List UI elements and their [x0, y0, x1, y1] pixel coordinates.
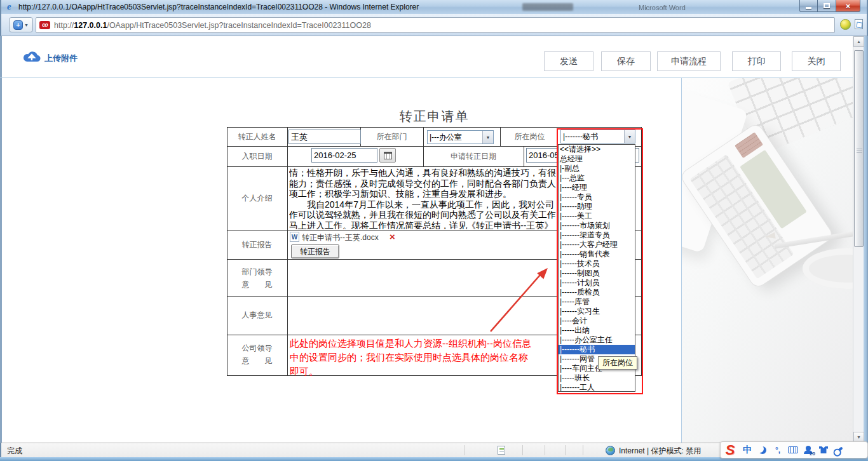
status-separator [464, 445, 465, 455]
chevron-down-icon[interactable]: ▼ [482, 131, 493, 144]
name-label: 转正人姓名 [227, 127, 287, 146]
position-option[interactable]: |-------秘书 [559, 345, 635, 354]
chevron-down-icon: ▼ [24, 23, 29, 27]
apply-date-label: 申请转正日期 [423, 146, 524, 166]
send-button[interactable]: 发送 [544, 51, 593, 71]
table-border-line [287, 127, 288, 375]
keyboard-icon [788, 446, 798, 453]
save-button[interactable]: 保存 [601, 51, 651, 71]
ime-skin-icon[interactable] [816, 444, 831, 457]
desk-photo-background [672, 78, 853, 443]
scroll-up-icon: ▲ [857, 39, 861, 44]
name-input[interactable] [288, 130, 361, 144]
position-option[interactable]: |-------渠道专员 [559, 230, 635, 240]
table-border-line [227, 127, 642, 128]
wrench-icon [835, 446, 843, 453]
position-option[interactable]: |------助理 [559, 202, 635, 211]
position-option[interactable]: |------技术员 [559, 259, 635, 269]
scroll-down-icon: ▼ [857, 435, 861, 439]
moon-icon [759, 446, 766, 454]
report-label: 转正报告 [227, 230, 287, 259]
position-option[interactable]: |-----办公室主任 [559, 335, 635, 345]
window-title: http://127.0.0.1/OAapp/HtTrace0503Servle… [18, 3, 419, 11]
position-option[interactable]: |------美工 [559, 211, 635, 221]
blurred-background-window-title [522, 3, 573, 11]
security-zone-text: Internet | 保护模式: 禁用 [619, 446, 701, 457]
form-title: 转正申请单 [227, 108, 642, 125]
position-option[interactable]: |-------工人 [559, 383, 635, 392]
vertical-scrollbar[interactable]: ▲ ▼ [853, 36, 864, 443]
status-separator [545, 445, 545, 455]
close-page-button[interactable]: 关闭 [792, 51, 841, 71]
position-select[interactable]: |-------秘书 ▼ [560, 130, 635, 144]
upload-attachment-link[interactable]: 上传附件 [44, 53, 78, 64]
hr-opinion-label: 人事意见 [227, 296, 287, 335]
ime-settings-icon[interactable] [831, 444, 846, 457]
hire-date-input[interactable] [311, 148, 377, 163]
fullwidth-moon-icon[interactable] [755, 444, 770, 457]
position-option[interactable]: |------制图员 [559, 269, 635, 278]
accelerator-orb-icon[interactable] [840, 19, 851, 30]
punctuation-toggle-icon[interactable]: °, [770, 444, 785, 457]
scrollbar-thumb[interactable] [854, 50, 864, 247]
ime-account-icon[interactable]: 20 [801, 444, 816, 457]
position-option[interactable]: |----经理 [559, 183, 635, 192]
apply-flow-button[interactable]: 申请流程 [657, 51, 721, 71]
position-option[interactable]: |------实习生 [559, 307, 635, 316]
ie-logo-icon: e [7, 2, 17, 12]
maximize-button[interactable] [818, 0, 836, 12]
ime-language-toggle[interactable]: 中 [740, 444, 755, 457]
department-select[interactable]: |---办公室 ▼ [427, 130, 494, 144]
position-option[interactable]: |-----库管 [559, 297, 635, 307]
sogou-logo-icon[interactable]: S [721, 443, 740, 458]
url-input[interactable]: co http://127.0.0.1/OAapp/HtTrace0503Ser… [36, 17, 835, 33]
close-icon: × [846, 2, 851, 10]
position-option[interactable]: |-------市场策划 [559, 221, 635, 230]
person-icon [806, 446, 811, 451]
browser-window: e http://127.0.0.1/OAapp/HtTrace0503Serv… [0, 0, 868, 461]
calendar-button[interactable] [379, 148, 396, 163]
position-option[interactable]: |-----出纳 [559, 326, 635, 335]
position-option[interactable]: <<请选择>> [559, 145, 635, 154]
position-option[interactable]: |-------大客户经理 [559, 240, 635, 250]
position-option[interactable]: |---总监 [559, 173, 635, 183]
scroll-up-button[interactable]: ▲ [853, 36, 864, 47]
position-option[interactable]: |-------销售代表 [559, 250, 635, 259]
chevron-down-icon[interactable]: ▼ [624, 130, 635, 143]
close-button[interactable]: × [836, 0, 860, 12]
department-select-value: |---办公室 [428, 132, 482, 143]
minimize-button[interactable] [799, 0, 818, 12]
department-label: 所在部门 [360, 127, 423, 146]
position-option[interactable]: |-副总 [559, 164, 635, 173]
position-option[interactable]: |------计划员 [559, 278, 635, 288]
position-dropdown-list[interactable]: <<请选择>>总经理|-副总|---总监|----经理|------专员|---… [558, 144, 635, 392]
hire-date-label: 入职日期 [227, 146, 287, 166]
position-option[interactable]: |----会计 [559, 316, 635, 326]
maximize-icon [824, 3, 830, 8]
page-status-icon [498, 446, 505, 455]
navigation-combo-button[interactable]: + ▼ [9, 17, 33, 32]
soft-keyboard-icon[interactable] [785, 444, 801, 457]
ime-badge: 20 [810, 451, 815, 457]
site-favicon-icon: co [39, 21, 50, 29]
word-file-icon: W [290, 232, 299, 242]
position-option[interactable]: |------质检员 [559, 288, 635, 297]
report-file-link[interactable]: 转正申请书--王英.docx [302, 232, 379, 243]
position-option[interactable]: 总经理 [559, 154, 635, 164]
position-option[interactable]: |------专员 [559, 192, 635, 202]
print-button[interactable]: 打印 [732, 51, 781, 71]
delete-file-icon[interactable]: × [390, 231, 395, 242]
comment-line: 此处的岗位选择项目值是和人力资源--组织机构--岗位信息 [290, 337, 531, 351]
compatibility-page-icon[interactable] [855, 19, 863, 29]
position-option[interactable]: |-----班长 [559, 373, 635, 383]
url-text: http://127.0.0.1/OAapp/HtTrace0503Servle… [54, 21, 371, 30]
report-button[interactable]: 转正报告 [291, 244, 339, 258]
window-frame-strip [864, 36, 867, 443]
status-separator [583, 445, 583, 455]
table-border-line [641, 127, 642, 375]
shirt-icon [819, 446, 828, 453]
window-controls: × [799, 0, 860, 12]
comment-line: 中的设置同步的；我们在实际使用时点选具体的岗位名称 [290, 351, 531, 364]
status-separator [522, 445, 523, 455]
position-tooltip: 所在岗位 [598, 356, 637, 370]
